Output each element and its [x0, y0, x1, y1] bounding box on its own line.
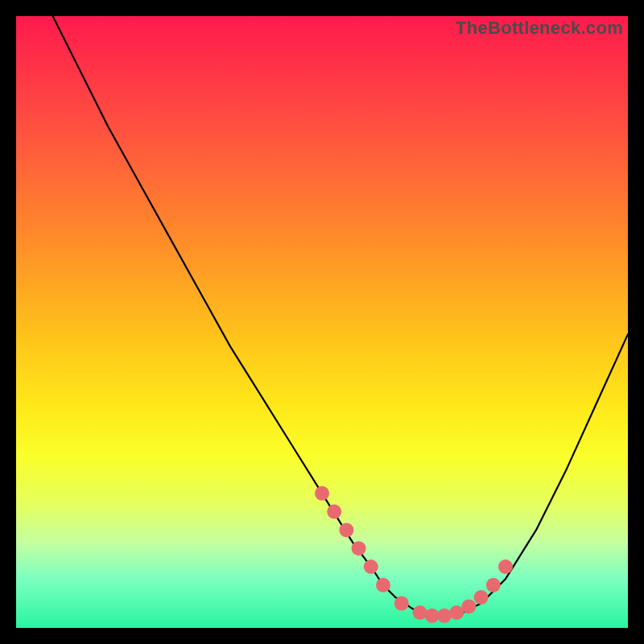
marker-dot — [352, 541, 366, 555]
chart-frame: TheBottleneck.com — [16, 16, 628, 628]
marker-dot — [339, 522, 353, 537]
marker-dot — [486, 578, 501, 592]
marker-dot — [474, 590, 489, 605]
marker-dot — [394, 597, 409, 611]
marker-dot — [376, 578, 390, 592]
plot-area: TheBottleneck.com — [16, 16, 628, 628]
marker-dot — [413, 605, 427, 620]
marker-dot — [437, 609, 452, 623]
marker-dot — [364, 559, 378, 574]
marker-dot — [315, 486, 329, 501]
marker-dot — [498, 559, 513, 574]
chart-svg — [16, 16, 628, 628]
marker-dot — [327, 505, 341, 519]
bottleneck-curve — [53, 16, 628, 616]
marker-dot — [461, 599, 476, 613]
